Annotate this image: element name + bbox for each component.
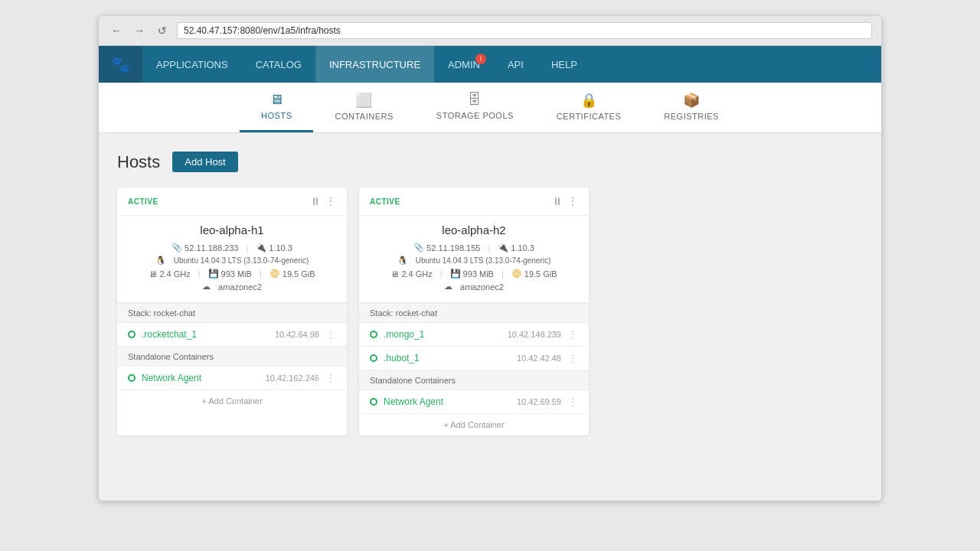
host-h2-standalone-section: Standalone Containers Network Agent 10.4… bbox=[359, 370, 589, 435]
nav-item-catalog[interactable]: CATALOG bbox=[242, 46, 315, 83]
nav-item-admin[interactable]: ADMIN ! bbox=[434, 46, 494, 83]
add-container-h2-button[interactable]: + Add Container bbox=[359, 414, 589, 435]
host-h2-specs-row: 🖥 2.4 GHz | 💾 993 MiB | 📀 19.5 GiB bbox=[370, 269, 578, 279]
nav-item-help[interactable]: HELP bbox=[537, 46, 591, 83]
container-dot bbox=[370, 331, 377, 338]
page-header: Hosts Add Host bbox=[117, 152, 863, 172]
host-h2-actions: ⏸ ⋮ bbox=[552, 195, 578, 207]
host-h1-status: ACTIVE bbox=[128, 197, 158, 206]
host-card-h2: ACTIVE ⏸ ⋮ leo-alpha-h2 📎 52.11.198.155 … bbox=[359, 187, 589, 435]
host-h1-standalone-label: Standalone Containers bbox=[117, 347, 347, 367]
host-h2-stack-section: Stack: rocket-chat .mongo_1 10.42.148.23… bbox=[359, 303, 589, 370]
network-agent-h1-ip: 10.42.162.246 bbox=[266, 373, 319, 383]
container-dot bbox=[128, 331, 136, 338]
host-h1-cpu: 🖥 2.4 GHz bbox=[149, 269, 190, 279]
host-h1-memory: 💾 993 MiB bbox=[208, 269, 252, 279]
registries-icon: 📦 bbox=[683, 92, 701, 109]
host-h1-network-agent: Network Agent 10.42.162.246 ⋮ bbox=[117, 367, 347, 390]
host-h2-pause-button[interactable]: ⏸ bbox=[552, 195, 563, 207]
host-h1-stack-label: Stack: rocket-chat bbox=[117, 303, 347, 323]
network-agent-h1-menu[interactable]: ⋮ bbox=[325, 372, 336, 384]
hosts-grid: ACTIVE ⏸ ⋮ leo-alpha-h1 📎 52.11.188.233 … bbox=[117, 187, 863, 435]
host-h1-version: 🔌 1.10.3 bbox=[256, 243, 292, 253]
container-dot bbox=[370, 398, 377, 406]
add-container-h1-button[interactable]: + Add Container bbox=[117, 390, 347, 412]
host-h1-specs-row: 🖥 2.4 GHz | 💾 993 MiB | 📀 19.5 GiB bbox=[128, 269, 336, 279]
host-h1-os-row: 🐧 Ubuntu 14.04.3 LTS (3.13.0-74-generic) bbox=[128, 256, 336, 266]
host-h1-standalone-section: Standalone Containers Network Agent 10.4… bbox=[117, 347, 347, 412]
host-h1-ip-row: 📎 52.11.188.233 | 🔌 1.10.3 bbox=[128, 243, 336, 253]
host-h1-storage: 📀 19.5 GiB bbox=[270, 269, 315, 279]
subnav-containers[interactable]: ⬜ CONTAINERS bbox=[313, 83, 414, 132]
app-nav: 🐾 APPLICATIONS CATALOG INFRASTRUCTURE AD… bbox=[99, 46, 881, 83]
container-dot bbox=[370, 354, 377, 362]
host-h2-container-hubot: .hubot_1 10.42.42.48 ⋮ bbox=[359, 347, 589, 370]
host-h2-ip-row: 📎 52.11.198.155 | 🔌 1.10.3 bbox=[370, 243, 578, 253]
container-mongo-ip: 10.42.148.239 bbox=[508, 330, 561, 339]
back-button[interactable]: ← bbox=[108, 22, 125, 39]
host-h2-name: leo-alpha-h2 bbox=[370, 223, 578, 236]
subnav-storage-pools[interactable]: 🗄 STORAGE POOLS bbox=[415, 83, 535, 132]
host-card-h1-header: ACTIVE ⏸ ⋮ bbox=[117, 187, 347, 216]
host-h1-name: leo-alpha-h1 bbox=[128, 223, 336, 236]
app-nav-items: APPLICATIONS CATALOG INFRASTRUCTURE ADMI… bbox=[142, 46, 591, 83]
network-agent-h2-ip: 10.42.69.59 bbox=[517, 397, 561, 406]
host-h1-ip: 📎 52.11.188.233 bbox=[172, 243, 238, 253]
host-h1-stack-section: Stack: rocket-chat .rocketchat_1 10.42.6… bbox=[117, 303, 347, 347]
hosts-icon: 🖥 bbox=[270, 92, 284, 108]
nav-item-infrastructure[interactable]: INFRASTRUCTURE bbox=[315, 46, 434, 83]
host-h2-body: leo-alpha-h2 📎 52.11.198.155 | 🔌 1.10.3 bbox=[359, 216, 589, 303]
main-content: Hosts Add Host ACTIVE ⏸ ⋮ leo-alpha-h1 bbox=[99, 133, 881, 500]
container-mongo-menu[interactable]: ⋮ bbox=[567, 328, 578, 341]
refresh-button[interactable]: ↺ bbox=[154, 22, 171, 39]
subnav-registries[interactable]: 📦 REGISTRIES bbox=[642, 83, 740, 132]
host-h2-memory: 💾 993 MiB bbox=[450, 269, 494, 279]
storage-icon: 🗄 bbox=[468, 92, 482, 108]
container-hubot-name[interactable]: .hubot_1 bbox=[384, 353, 511, 364]
host-h2-cpu: 🖥 2.4 GHz bbox=[390, 269, 432, 279]
host-card-h2-header: ACTIVE ⏸ ⋮ bbox=[359, 187, 589, 216]
container-rocketchat-menu[interactable]: ⋮ bbox=[325, 328, 336, 341]
host-card-h1: ACTIVE ⏸ ⋮ leo-alpha-h1 📎 52.11.188.233 … bbox=[117, 187, 347, 435]
host-h2-version: 🔌 1.10.3 bbox=[498, 243, 534, 253]
add-host-button[interactable]: Add Host bbox=[172, 152, 237, 172]
host-h1-cloud: ☁ amazonec2 bbox=[128, 282, 336, 292]
host-h2-storage: 📀 19.5 GiB bbox=[511, 269, 557, 279]
sub-nav: 🖥 HOSTS ⬜ CONTAINERS 🗄 STORAGE POOLS 🔒 C… bbox=[99, 83, 881, 133]
forward-button[interactable]: → bbox=[131, 22, 148, 39]
browser-window: ← → ↺ 🐾 APPLICATIONS CATALOG INFRASTRUCT… bbox=[98, 15, 882, 501]
host-h1-body: leo-alpha-h1 📎 52.11.188.233 | 🔌 1.10.3 bbox=[117, 216, 347, 303]
host-h2-menu-button[interactable]: ⋮ bbox=[567, 195, 578, 207]
app-logo: 🐾 bbox=[99, 46, 142, 83]
containers-icon: ⬜ bbox=[355, 92, 373, 109]
host-h2-os-row: 🐧 Ubuntu 14.04.3 LTS (3.13.0-74-generic) bbox=[370, 256, 578, 266]
container-rocketchat-ip: 10.42.64.98 bbox=[275, 330, 319, 339]
host-h1-container-rocketchat: .rocketchat_1 10.42.64.98 ⋮ bbox=[117, 323, 347, 347]
certificates-icon: 🔒 bbox=[580, 92, 598, 109]
host-h2-network-agent: Network Agent 10.42.69.59 ⋮ bbox=[359, 390, 589, 414]
admin-badge: ! bbox=[475, 54, 486, 64]
network-agent-h2-menu[interactable]: ⋮ bbox=[567, 396, 578, 408]
network-agent-h1-name[interactable]: Network Agent bbox=[142, 373, 260, 383]
nav-item-api[interactable]: API bbox=[494, 46, 537, 83]
host-h2-container-mongo: .mongo_1 10.42.148.239 ⋮ bbox=[359, 323, 589, 347]
host-h2-stack-label: Stack: rocket-chat bbox=[359, 303, 589, 323]
page-title: Hosts bbox=[117, 152, 160, 172]
host-h2-standalone-label: Standalone Containers bbox=[359, 370, 589, 390]
container-rocketchat-name[interactable]: .rocketchat_1 bbox=[142, 329, 269, 340]
subnav-hosts[interactable]: 🖥 HOSTS bbox=[240, 83, 313, 132]
address-bar[interactable] bbox=[177, 22, 872, 39]
nav-item-applications[interactable]: APPLICATIONS bbox=[142, 46, 242, 83]
host-h2-ip: 📎 52.11.198.155 bbox=[413, 243, 480, 253]
host-h1-pause-button[interactable]: ⏸ bbox=[310, 195, 321, 207]
subnav-certificates[interactable]: 🔒 CERTIFICATES bbox=[535, 83, 642, 132]
container-mongo-name[interactable]: .mongo_1 bbox=[384, 329, 501, 340]
network-agent-h2-name[interactable]: Network Agent bbox=[384, 396, 511, 407]
container-hubot-ip: 10.42.42.48 bbox=[517, 354, 561, 363]
container-hubot-menu[interactable]: ⋮ bbox=[567, 352, 578, 364]
host-h2-status: ACTIVE bbox=[370, 197, 400, 206]
host-h2-cloud: ☁ amazonec2 bbox=[370, 282, 578, 292]
host-h1-actions: ⏸ ⋮ bbox=[310, 195, 336, 207]
host-h1-menu-button[interactable]: ⋮ bbox=[325, 195, 336, 207]
browser-bar: ← → ↺ bbox=[99, 16, 881, 46]
